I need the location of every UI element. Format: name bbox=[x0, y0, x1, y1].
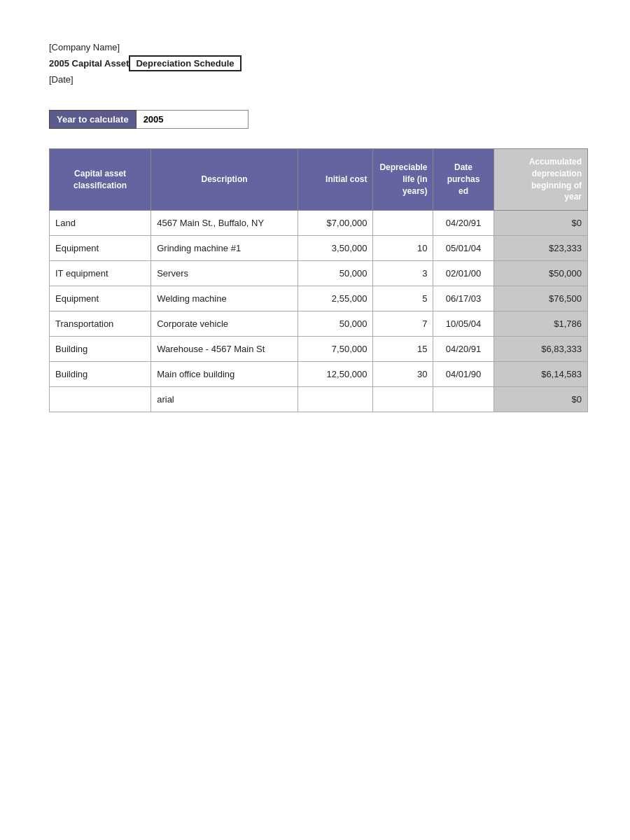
table-row: IT equipmentServers50,000302/01/00$50,00… bbox=[50, 261, 588, 286]
table-cell-accum-dep: $76,500 bbox=[493, 286, 587, 312]
table-cell-dep-life: 15 bbox=[373, 337, 433, 362]
table-cell-classification: Land bbox=[50, 211, 151, 236]
col-header-description: Description bbox=[151, 149, 298, 211]
table-cell-dep-life bbox=[373, 211, 433, 236]
table-cell-classification: Transportation bbox=[50, 312, 151, 337]
table-cell-initial-cost: 3,50,000 bbox=[298, 236, 373, 261]
table-row: EquipmentWelding machine2,55,000506/17/0… bbox=[50, 286, 588, 312]
depreciation-table: Capital assetclassification Description … bbox=[49, 148, 588, 412]
table-cell-classification bbox=[50, 387, 151, 412]
table-cell-initial-cost bbox=[298, 387, 373, 412]
table-row: EquipmentGrinding machine #13,50,0001005… bbox=[50, 236, 588, 261]
table-cell-initial-cost: 50,000 bbox=[298, 261, 373, 286]
table-cell-accum-dep: $50,000 bbox=[493, 261, 587, 286]
table-cell-date-purchased: 05/01/04 bbox=[433, 236, 493, 261]
table-cell-description: Corporate vehicle bbox=[151, 312, 298, 337]
title-part1: 2005 Capital Asset bbox=[49, 58, 129, 69]
table-cell-dep-life: 3 bbox=[373, 261, 433, 286]
col-header-initial-cost: Initial cost bbox=[298, 149, 373, 211]
year-calc-section: Year to calculate bbox=[49, 110, 588, 129]
table-cell-dep-life: 30 bbox=[373, 362, 433, 387]
table-cell-classification: Equipment bbox=[50, 286, 151, 312]
table-header-row: Capital assetclassification Description … bbox=[50, 149, 588, 211]
table-cell-dep-life: 10 bbox=[373, 236, 433, 261]
table-cell-classification: IT equipment bbox=[50, 261, 151, 286]
table-cell-classification: Equipment bbox=[50, 236, 151, 261]
table-cell-dep-life bbox=[373, 387, 433, 412]
table-cell-date-purchased: 04/01/90 bbox=[433, 362, 493, 387]
date-line: [Date] bbox=[49, 74, 588, 85]
table-cell-description: Welding machine bbox=[151, 286, 298, 312]
table-cell-initial-cost: $7,00,000 bbox=[298, 211, 373, 236]
table-cell-accum-dep: $0 bbox=[493, 211, 587, 236]
table-cell-accum-dep: $1,786 bbox=[493, 312, 587, 337]
year-calc-input[interactable] bbox=[136, 110, 248, 129]
table-cell-initial-cost: 50,000 bbox=[298, 312, 373, 337]
table-cell-description: 4567 Main St., Buffalo, NY bbox=[151, 211, 298, 236]
company-name: [Company Name] bbox=[49, 42, 588, 52]
table-cell-classification: Building bbox=[50, 362, 151, 387]
table-cell-accum-dep: $6,83,333 bbox=[493, 337, 587, 362]
table-cell-classification: Building bbox=[50, 337, 151, 362]
table-cell-date-purchased: 06/17/03 bbox=[433, 286, 493, 312]
table-cell-description: Grinding machine #1 bbox=[151, 236, 298, 261]
table-cell-accum-dep: $6,14,583 bbox=[493, 362, 587, 387]
table-row: TransportationCorporate vehicle50,000710… bbox=[50, 312, 588, 337]
table-cell-description: Warehouse - 4567 Main St bbox=[151, 337, 298, 362]
col-header-date-purchased: Datepurchased bbox=[433, 149, 493, 211]
table-row: BuildingMain office building12,50,000300… bbox=[50, 362, 588, 387]
table-row: BuildingWarehouse - 4567 Main St7,50,000… bbox=[50, 337, 588, 362]
table-cell-initial-cost: 12,50,000 bbox=[298, 362, 373, 387]
table-cell-description: Main office building bbox=[151, 362, 298, 387]
header-section: [Company Name] 2005 Capital Asset Deprec… bbox=[49, 42, 588, 85]
schedule-title: 2005 Capital Asset Depreciation Schedule bbox=[49, 55, 588, 71]
table-cell-initial-cost: 7,50,000 bbox=[298, 337, 373, 362]
table-cell-description: arial bbox=[151, 387, 298, 412]
table-cell-description: Servers bbox=[151, 261, 298, 286]
table-cell-date-purchased: 04/20/91 bbox=[433, 337, 493, 362]
table-cell-date-purchased: 10/05/04 bbox=[433, 312, 493, 337]
table-row: Land4567 Main St., Buffalo, NY$7,00,0000… bbox=[50, 211, 588, 236]
col-header-accum-dep: Accumulateddepreciationbeginning ofyear bbox=[493, 149, 587, 211]
table-cell-dep-life: 7 bbox=[373, 312, 433, 337]
table-row: arial$0 bbox=[50, 387, 588, 412]
table-cell-date-purchased bbox=[433, 387, 493, 412]
col-header-classification: Capital assetclassification bbox=[50, 149, 151, 211]
table-cell-date-purchased: 04/20/91 bbox=[433, 211, 493, 236]
table-cell-date-purchased: 02/01/00 bbox=[433, 261, 493, 286]
table-cell-dep-life: 5 bbox=[373, 286, 433, 312]
table-cell-accum-dep: $0 bbox=[493, 387, 587, 412]
year-calc-label: Year to calculate bbox=[49, 110, 136, 129]
title-box: Depreciation Schedule bbox=[129, 55, 241, 71]
table-cell-initial-cost: 2,55,000 bbox=[298, 286, 373, 312]
col-header-dep-life: Depreciablelife (in years) bbox=[373, 149, 433, 211]
table-cell-accum-dep: $23,333 bbox=[493, 236, 587, 261]
